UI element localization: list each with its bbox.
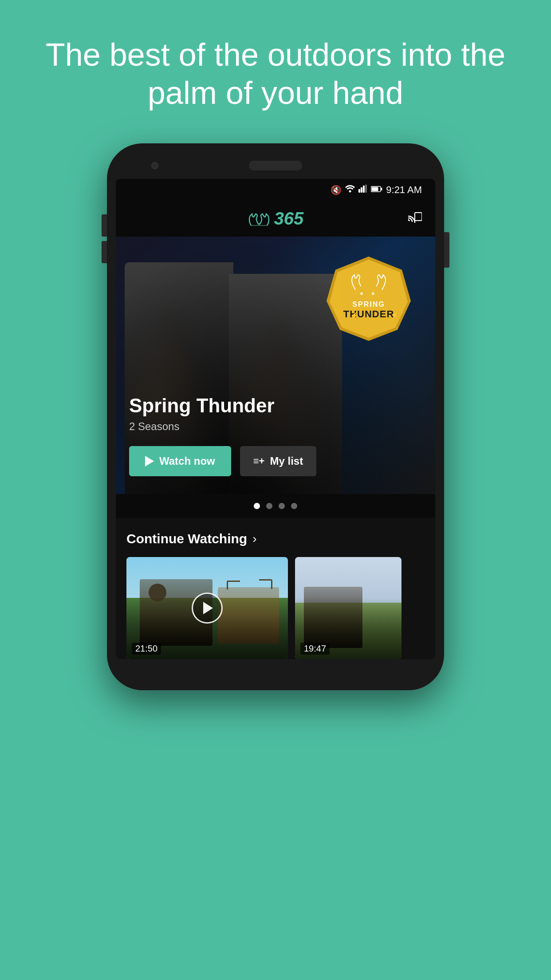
svg-rect-3 <box>363 186 365 193</box>
carousel-dot-1[interactable] <box>254 503 260 509</box>
mute-icon: 🔇 <box>331 185 342 195</box>
phone-bottom-bar <box>116 659 435 681</box>
mylist-icon: ≡+ <box>253 455 265 467</box>
app-logo: 365 <box>248 209 304 229</box>
svg-rect-1 <box>358 189 360 193</box>
volume-up-button <box>102 214 107 237</box>
my-list-button[interactable]: ≡+ My list <box>240 446 316 476</box>
video-duration-1: 21:50 <box>132 643 161 655</box>
svg-rect-8 <box>415 213 422 221</box>
video-duration-2: 19:47 <box>300 643 330 655</box>
svg-rect-2 <box>361 187 362 193</box>
show-logo-badge: ★ ★ SPRING THUNDER ⚡ ⚡ <box>320 254 417 343</box>
video-thumbnail-2[interactable]: 19:47 <box>295 557 401 659</box>
app-header: 365 <box>116 201 435 237</box>
video-thumbnail-1[interactable]: 21:50 <box>126 557 288 659</box>
show-title: Spring Thunder <box>129 395 316 417</box>
earpiece-speaker <box>249 161 302 170</box>
continue-watching-section: Continue Watching › <box>116 518 435 659</box>
volume-down-button <box>102 241 107 263</box>
badge-svg: ★ ★ SPRING THUNDER ⚡ ⚡ <box>324 254 413 343</box>
svg-rect-7 <box>381 188 382 190</box>
svg-text:⚡: ⚡ <box>391 312 399 319</box>
logo-365-text: 365 <box>274 209 304 229</box>
antler-logo-icon <box>248 210 271 227</box>
watch-now-button[interactable]: Watch now <box>129 446 231 476</box>
status-icons: 🔇 <box>331 184 422 196</box>
show-info: Spring Thunder 2 Seasons Watch now ≡+ My… <box>129 395 316 476</box>
section-chevron-icon[interactable]: › <box>252 532 256 546</box>
svg-text:SPRING: SPRING <box>352 300 385 308</box>
show-seasons: 2 Seasons <box>129 420 316 433</box>
signal-icon <box>358 185 367 195</box>
my-list-label: My list <box>270 455 303 467</box>
carousel-dot-2[interactable] <box>266 503 272 509</box>
hero-banner: ★ ★ SPRING THUNDER ⚡ ⚡ Spring Thunder <box>116 237 435 494</box>
play-icon <box>145 456 154 466</box>
status-time: 9:21 AM <box>386 184 422 196</box>
section-title: Continue Watching <box>126 531 247 546</box>
wifi-icon <box>345 185 355 195</box>
play-triangle-icon-1 <box>203 602 213 614</box>
svg-text:⚡: ⚡ <box>351 312 359 319</box>
svg-marker-10 <box>330 260 408 338</box>
svg-rect-6 <box>372 187 378 191</box>
power-button <box>444 232 449 268</box>
svg-point-0 <box>349 190 351 193</box>
show-actions: Watch now ≡+ My list <box>129 446 316 476</box>
phone-top-bar <box>116 152 435 179</box>
status-bar: 🔇 <box>116 179 435 201</box>
watch-now-label: Watch now <box>159 455 215 467</box>
thumbnails-row: 21:50 19:4 <box>126 557 425 659</box>
hero-tagline: The best of the outdoors into the palm o… <box>0 0 551 134</box>
carousel-dot-3[interactable] <box>279 503 285 509</box>
cast-icon[interactable] <box>408 211 422 226</box>
phone-device: 🔇 <box>107 143 444 690</box>
carousel-dot-4[interactable] <box>291 503 297 509</box>
svg-text:★ ★: ★ ★ <box>359 291 378 296</box>
section-header: Continue Watching › <box>126 531 425 546</box>
phone-screen: 🔇 <box>116 179 435 659</box>
thumbnail-play-button-1[interactable] <box>192 593 223 624</box>
battery-icon <box>371 185 382 195</box>
carousel-dots <box>116 494 435 518</box>
svg-rect-4 <box>365 185 367 193</box>
front-camera <box>151 162 158 169</box>
